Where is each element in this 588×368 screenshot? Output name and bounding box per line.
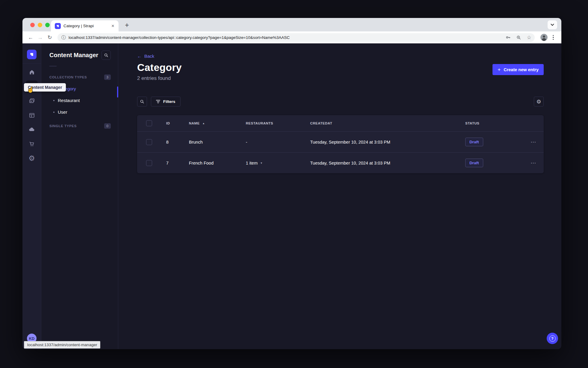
cell-id: 8 [166, 140, 189, 145]
media-library-icon[interactable] [26, 95, 38, 107]
back-label: Back [144, 54, 154, 59]
status-badge: Draft [465, 159, 483, 167]
status-badge: Draft [465, 138, 483, 146]
browser-profile-avatar[interactable] [540, 34, 548, 41]
back-link[interactable]: ← Back [137, 54, 154, 59]
create-new-entry-button[interactable]: + Create new entry [492, 64, 544, 75]
chevron-down-icon: ▾ [261, 161, 262, 165]
search-button[interactable] [137, 97, 147, 107]
cell-name: Brunch [189, 140, 246, 145]
single-types-label: SINGLE TYPES [49, 124, 77, 128]
content-type-builder-icon[interactable] [26, 109, 38, 121]
browser-menu-icon[interactable] [549, 35, 557, 40]
zoom-window-button[interactable] [45, 23, 50, 27]
tab-search-chevron-icon[interactable] [548, 20, 557, 29]
list-toolbar: Filters ⚙ [137, 97, 544, 107]
browser-tab-active[interactable]: Category | Strapi × [51, 20, 119, 31]
deploy-cloud-icon[interactable] [26, 124, 38, 136]
row-actions-menu[interactable]: ⋯ [523, 159, 544, 166]
subnav-search-button[interactable] [101, 51, 111, 60]
close-tab-icon[interactable]: × [110, 23, 116, 29]
browser-toolbar: ← → ↻ ⓘ localhost:1337/admin/content-man… [22, 31, 561, 43]
cursor-hand-icon: ☝ [27, 86, 34, 93]
subnav-item-label: Restaurant [58, 98, 80, 103]
subnav-item-restaurant[interactable]: Restaurant [49, 95, 111, 106]
sort-asc-icon: ▲ [202, 122, 205, 125]
strapi-admin: ⚙ KD Content Manager COLLECTION TYPES 3 … [22, 43, 561, 349]
password-key-icon[interactable] [504, 34, 512, 41]
bullet-icon [53, 112, 54, 113]
filter-icon [156, 100, 160, 103]
column-header-status[interactable]: STATUS [465, 121, 523, 125]
cell-name: French Food [189, 161, 246, 165]
row-checkbox[interactable] [146, 160, 152, 166]
page-title: Category [137, 62, 544, 73]
subnav-title: Content Manager [49, 52, 98, 59]
subnav-item-user[interactable]: User [49, 106, 111, 118]
strapi-logo-icon[interactable] [27, 50, 37, 59]
browser-window: Category | Strapi × + ← → ↻ ⓘ localhost:… [22, 18, 561, 349]
link-status-bar: localhost:1337/admin/content-manager [24, 341, 100, 349]
nav-divider [22, 63, 41, 64]
main-content: ← Back Category 2 entries found + Create… [118, 43, 561, 349]
close-window-button[interactable] [30, 23, 35, 27]
minimize-window-button[interactable] [38, 23, 42, 27]
settings-gear-icon[interactable]: ⚙ [26, 152, 38, 164]
back-arrow-icon: ← [137, 54, 142, 59]
column-header-id[interactable]: ID [166, 121, 189, 125]
row-actions-menu[interactable]: ⋯ [523, 139, 544, 145]
collection-types-count-badge: 3 [104, 74, 111, 80]
view-settings-button[interactable]: ⚙ [534, 97, 544, 107]
question-mark-icon: ? [549, 335, 556, 342]
address-bar[interactable]: ⓘ localhost:1337/admin/content-manager/c… [57, 33, 535, 42]
browser-forward-icon[interactable]: → [36, 33, 44, 42]
single-types-count-badge: 0 [104, 123, 111, 129]
subnav-item-label: User [58, 110, 67, 115]
site-info-icon[interactable]: ⓘ [61, 35, 66, 40]
table-header-row: ID NAME▲ RESTAURANTS CREATEDAT STATUS [137, 115, 544, 131]
marketplace-cart-icon[interactable] [26, 138, 38, 150]
tab-title: Category | Strapi [63, 24, 107, 28]
select-all-checkbox[interactable] [146, 120, 152, 126]
cell-createdat: Tuesday, September 10, 2024 at 3:03 PM [310, 140, 465, 145]
browser-reload-icon[interactable]: ↻ [46, 33, 54, 42]
browser-back-icon[interactable]: ← [26, 33, 35, 42]
bullet-icon [53, 100, 54, 101]
cell-restaurants[interactable]: 1 item ▾ [246, 161, 310, 165]
plus-icon: + [498, 67, 501, 73]
strapi-favicon-icon [55, 23, 61, 29]
cell-createdat: Tuesday, September 10, 2024 at 3:03 PM [310, 161, 465, 165]
new-tab-button[interactable]: + [123, 21, 131, 29]
column-header-name[interactable]: NAME▲ [189, 121, 246, 125]
column-header-restaurants[interactable]: RESTAURANTS [246, 121, 310, 125]
table-row[interactable]: 7 French Food 1 item ▾ Tuesday, Septembe… [137, 152, 544, 173]
entries-count: 2 entries found [137, 75, 544, 81]
home-icon[interactable] [26, 66, 38, 78]
url-text[interactable]: localhost:1337/admin/content-manager/col… [69, 35, 501, 40]
bookmark-star-icon[interactable]: ☆ [525, 34, 533, 41]
filters-button[interactable]: Filters [151, 97, 181, 107]
table-row[interactable]: 8 Brunch - Tuesday, September 10, 2024 a… [137, 131, 544, 152]
entries-table: ID NAME▲ RESTAURANTS CREATEDAT STATUS 8 … [137, 115, 544, 173]
row-checkbox[interactable] [146, 139, 152, 145]
collection-types-label: COLLECTION TYPES [49, 75, 87, 79]
help-button[interactable]: ? [547, 333, 558, 344]
cell-restaurants: - [246, 140, 310, 145]
column-header-createdat[interactable]: CREATEDAT [310, 121, 465, 125]
window-controls [30, 23, 50, 27]
zoom-lens-icon[interactable] [515, 34, 522, 41]
gear-icon: ⚙ [536, 98, 541, 105]
subnav-divider [49, 66, 57, 66]
browser-tabstrip: Category | Strapi × + [22, 18, 561, 31]
cell-id: 7 [166, 161, 189, 165]
